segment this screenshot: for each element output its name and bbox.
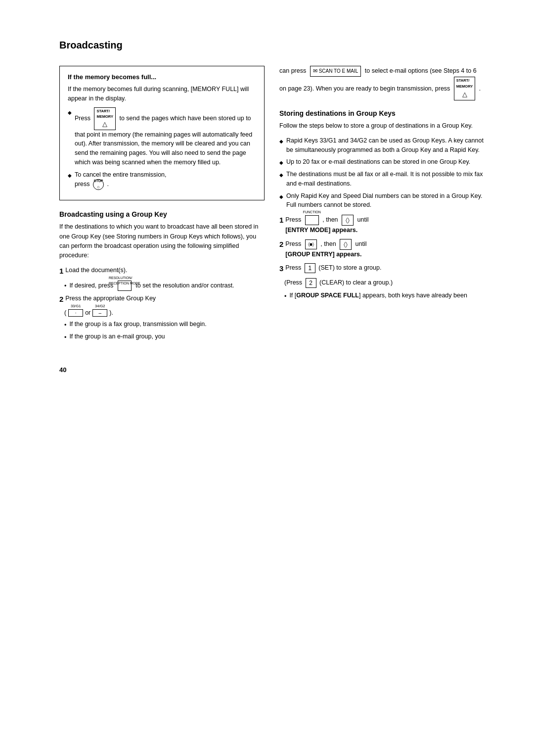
resolution-button-icon: RESOLUTION/RECEPTION MODE <box>118 281 132 291</box>
scan-to-email-badge: ✉ SCAN TO E MAIL <box>310 66 361 77</box>
diamond-icon-4: ◆ <box>279 159 283 166</box>
email-continuation: can press ✉ SCAN TO E MAIL to select e-m… <box>279 66 485 100</box>
memory-full-title: If the memory becomes full... <box>68 73 256 81</box>
memory-full-box: If the memory becomes full... If the mem… <box>59 66 265 200</box>
arrow-button-3: 〈〉 <box>340 239 352 250</box>
page-title: Broadcasting <box>59 40 485 51</box>
twenty-dest-bullet: ◆ Up to 20 fax or e-mail destinations ca… <box>279 157 485 167</box>
step2-group-key: 2 Press the appropriate Group Key <box>59 294 265 305</box>
stop-button-icon: STOP ○ <box>93 179 104 190</box>
rapid-key-only-bullet: ◆ Only Rapid Key and Speed Dial numbers … <box>279 191 485 210</box>
envelope-icon: ✉ <box>313 67 317 76</box>
step3-press2: (Press 2 (CLEAR) to clear a group.) <box>284 278 485 288</box>
function-button-icon: FUNCTION <box>305 215 319 226</box>
left-column: If the memory becomes full... If the mem… <box>59 66 265 351</box>
broadcasting-group-key-heading: Broadcasting using a Group Key <box>59 210 265 218</box>
diamond-icon: ◆ <box>68 109 72 116</box>
num-2-button: 2 <box>306 278 316 288</box>
group-key-34-g2: 34/G2 – <box>92 309 107 317</box>
fax-group-bullet: • If the group is a fax group, transmiss… <box>64 320 265 330</box>
right-column: can press ✉ SCAN TO E MAIL to select e-m… <box>279 66 485 351</box>
arrow-button-1: 〈〉 <box>342 215 354 226</box>
all-fax-bullet: ◆ The destinations must be all fax or al… <box>279 170 485 189</box>
num-1-button: 1 <box>305 263 315 273</box>
broadcasting-group-key-section: Broadcasting using a Group Key If the de… <box>59 210 265 342</box>
storing-destinations-para: Follow the steps below to store a group … <box>279 121 485 131</box>
step1-load: 1 Load the document(s). <box>59 266 265 277</box>
diamond-icon-3: ◆ <box>279 138 283 145</box>
arrow-button-2: 〈■〉 <box>305 239 317 249</box>
memory-full-para1: If the memory becomes full during scanni… <box>68 85 256 103</box>
group-space-full-bullet: • If [GROUP SPACE FULL] appears, both ke… <box>284 291 485 301</box>
group-key-33-g1: 33/G1 · <box>68 309 83 317</box>
store-step2: 2 Press 〈■〉 , then 〈〉 until [GROUP ENTRY… <box>279 239 485 259</box>
diamond-icon-6: ◆ <box>279 193 283 200</box>
store-step3: 3 Press 1 (SET) to store a group. <box>279 263 485 275</box>
start-memory-button-icon: START/MEMORY △ <box>94 107 115 130</box>
group-key-buttons: ( 33/G1 · or 34/G2 – ). <box>64 309 265 317</box>
step1-resolution: • If desired, press RESOLUTION/RECEPTION… <box>64 281 265 291</box>
store-step1: 1 Press FUNCTION , then 〈〉 until [ENTRY … <box>279 215 485 235</box>
page-number: 40 <box>59 366 485 374</box>
broadcasting-group-key-para: If the destinations to which you want to… <box>59 222 265 261</box>
bullet-press-send: ◆ Press START/MEMORY △ to send the pages… <box>68 107 256 167</box>
email-group-bullet: • If the group is an e-mail group, you <box>64 332 265 342</box>
diamond-icon-5: ◆ <box>279 171 283 179</box>
storing-destinations-section: Storing destinations in Group Keys Follo… <box>279 109 485 301</box>
start-memory-button-icon-2: START/MEMORY △ <box>454 77 475 101</box>
storing-destinations-heading: Storing destinations in Group Keys <box>279 109 485 117</box>
rapid-keys-bullet: ◆ Rapid Keys 33/G1 and 34/G2 can be used… <box>279 136 485 155</box>
diamond-icon-2: ◆ <box>68 172 72 179</box>
bullet-cancel-transmission: ◆ To cancel the entire transmission, pre… <box>68 170 256 190</box>
